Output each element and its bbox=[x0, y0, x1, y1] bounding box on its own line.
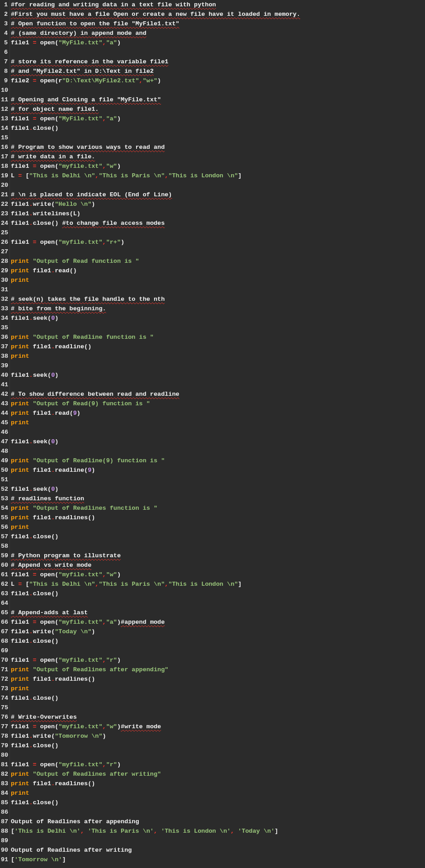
code-line[interactable]: print "Output of Readlines after writing… bbox=[11, 769, 300, 779]
code-line[interactable]: # seek(n) takes the file handle to the n… bbox=[11, 294, 300, 304]
code-line[interactable]: # To show difference between read and re… bbox=[11, 389, 300, 399]
code-line[interactable] bbox=[11, 703, 300, 712]
code-line[interactable]: file1.write("Tomorrow \n") bbox=[11, 731, 300, 741]
code-line[interactable]: print file1.readlines() bbox=[11, 779, 300, 788]
code-line[interactable]: ['This is Delhi \n', 'This is Paris \n',… bbox=[11, 826, 300, 836]
code-line[interactable]: print "Output of Readline(9) function is… bbox=[11, 456, 300, 465]
code-line[interactable]: # Append-adds at last bbox=[11, 608, 300, 617]
code-line[interactable]: # readlines function bbox=[11, 494, 300, 503]
code-line[interactable] bbox=[11, 541, 300, 551]
code-line[interactable]: # \n is placed to indicate EOL (End of L… bbox=[11, 190, 300, 199]
code-line[interactable]: file1.close() bbox=[11, 123, 300, 133]
code-line[interactable]: #for reading and writing data in a text … bbox=[11, 0, 300, 9]
code-line[interactable]: print bbox=[11, 351, 300, 361]
code-line[interactable]: # Opening and Closing a file "MyFile.txt… bbox=[11, 95, 300, 104]
code-line[interactable]: Output of Readlines after appending bbox=[11, 817, 300, 826]
code-line[interactable]: # bite from the beginning. bbox=[11, 304, 300, 313]
code-line[interactable]: file1.write("Today \n") bbox=[11, 627, 300, 636]
code-line[interactable]: file1.writelines(L) bbox=[11, 209, 300, 218]
code-line[interactable]: print bbox=[11, 684, 300, 693]
code-line[interactable]: print "Output of Readline function is " bbox=[11, 332, 300, 342]
code-line[interactable] bbox=[11, 247, 300, 256]
code-line[interactable]: # store its reference in the variable fi… bbox=[11, 57, 300, 66]
code-line[interactable]: file1.seek(0) bbox=[11, 313, 300, 323]
code-line[interactable]: print bbox=[11, 418, 300, 427]
code-line[interactable]: print "Output of Read(9) function is " bbox=[11, 399, 300, 408]
code-line[interactable] bbox=[11, 446, 300, 456]
code-line[interactable]: # Append vs write mode bbox=[11, 560, 300, 570]
code-line[interactable]: file1.close() bbox=[11, 741, 300, 750]
code-line[interactable]: # write data in a file. bbox=[11, 152, 300, 161]
string-token: "a" bbox=[106, 619, 117, 626]
code-line[interactable]: print "Output of Read function is " bbox=[11, 256, 300, 266]
code-line[interactable]: Output of Readlines after writing bbox=[11, 845, 300, 855]
code-line[interactable]: L = ["This is Delhi \n","This is Paris \… bbox=[11, 579, 300, 589]
code-line[interactable] bbox=[11, 228, 300, 237]
code-line[interactable]: file1 = open("myfile.txt","a")#append mo… bbox=[11, 617, 300, 627]
code-line[interactable] bbox=[11, 85, 300, 95]
operator-token: . bbox=[29, 125, 33, 132]
code-line[interactable]: file1.seek(0) bbox=[11, 437, 300, 446]
code-line[interactable]: file1.close() bbox=[11, 693, 300, 703]
code-line[interactable]: file1.close() bbox=[11, 636, 300, 646]
code-line[interactable]: # (same directory) in append mode and bbox=[11, 28, 300, 38]
code-line[interactable] bbox=[11, 807, 300, 817]
code-line[interactable]: L = ["This is Delhi \n","This is Paris \… bbox=[11, 171, 300, 180]
code-line[interactable]: file1 = open("myfile.txt","r") bbox=[11, 655, 300, 665]
line-number: 19 bbox=[1, 171, 8, 180]
code-line[interactable]: #First you must have a file Open or crea… bbox=[11, 9, 300, 19]
code-line[interactable] bbox=[11, 475, 300, 484]
code-line[interactable]: # Open function to open the file "MyFile… bbox=[11, 19, 300, 28]
code-line[interactable]: file1 = open("myfile.txt","w")#write mod… bbox=[11, 722, 300, 731]
code-line[interactable]: file1 = open("MyFile.txt","a") bbox=[11, 38, 300, 47]
code-line[interactable] bbox=[11, 598, 300, 608]
code-line[interactable]: # and "MyFile2.txt" in D:\Text in file2 bbox=[11, 66, 300, 76]
code-line[interactable]: # Program to show various ways to read a… bbox=[11, 142, 300, 152]
code-line[interactable]: file1 = open("MyFile.txt","a") bbox=[11, 114, 300, 123]
code-line[interactable]: print "Output of Readlines function is " bbox=[11, 503, 300, 513]
code-line[interactable]: print file1.readlines() bbox=[11, 674, 300, 684]
comment-token: # seek(n) takes the file handle to the n… bbox=[11, 296, 165, 303]
code-line[interactable]: print "Output of Readlines after appendi… bbox=[11, 665, 300, 674]
line-number: 33 bbox=[1, 304, 8, 313]
code-editor-content[interactable]: #for reading and writing data in a text … bbox=[10, 0, 300, 864]
line-number: 70 bbox=[1, 655, 8, 665]
code-line[interactable]: file1.write("Hello \n") bbox=[11, 199, 300, 209]
code-line[interactable]: file1.close() bbox=[11, 798, 300, 807]
code-line[interactable]: ['Tomorrow \n'] bbox=[11, 855, 300, 864]
code-line[interactable]: print bbox=[11, 522, 300, 532]
code-line[interactable]: file1 = open("myfile.txt","w") bbox=[11, 161, 300, 171]
code-line[interactable]: # Write-Overwrites bbox=[11, 712, 300, 722]
line-number: 74 bbox=[1, 693, 8, 703]
code-line[interactable]: file1 = open("myfile.txt","r+") bbox=[11, 237, 300, 247]
code-line[interactable]: print bbox=[11, 788, 300, 798]
code-line[interactable]: file1.seek(0) bbox=[11, 370, 300, 380]
code-line[interactable] bbox=[11, 750, 300, 760]
code-line[interactable]: print file1.read(9) bbox=[11, 408, 300, 418]
code-line[interactable] bbox=[11, 380, 300, 389]
code-line[interactable]: file2 = open(r"D:\Text\MyFile2.txt","w+"… bbox=[11, 76, 300, 85]
code-token: file1 bbox=[33, 676, 52, 683]
code-line[interactable] bbox=[11, 133, 300, 142]
code-line[interactable] bbox=[11, 285, 300, 294]
code-line[interactable]: # Python program to illustrate bbox=[11, 551, 300, 560]
code-line[interactable] bbox=[11, 47, 300, 57]
code-line[interactable]: file1.close() #to change file access mod… bbox=[11, 218, 300, 228]
code-line[interactable] bbox=[11, 836, 300, 845]
code-line[interactable] bbox=[11, 361, 300, 370]
code-line[interactable] bbox=[11, 180, 300, 190]
code-line[interactable]: print file1.read() bbox=[11, 266, 300, 275]
code-line[interactable]: file1 = open("myfile.txt","r") bbox=[11, 760, 300, 769]
code-line[interactable]: print file1.readlines() bbox=[11, 513, 300, 522]
code-line[interactable]: file1.close() bbox=[11, 532, 300, 541]
code-line[interactable]: file1.seek(0) bbox=[11, 484, 300, 494]
code-line[interactable] bbox=[11, 646, 300, 655]
code-line[interactable]: # for object name file1. bbox=[11, 104, 300, 114]
code-line[interactable] bbox=[11, 427, 300, 437]
code-line[interactable]: print file1.readline(9) bbox=[11, 465, 300, 475]
code-line[interactable]: file1 = open("myfile.txt","w") bbox=[11, 570, 300, 579]
code-line[interactable]: print bbox=[11, 275, 300, 285]
code-line[interactable]: print file1.readline() bbox=[11, 342, 300, 351]
code-line[interactable]: file1.close() bbox=[11, 589, 300, 598]
code-line[interactable] bbox=[11, 323, 300, 332]
